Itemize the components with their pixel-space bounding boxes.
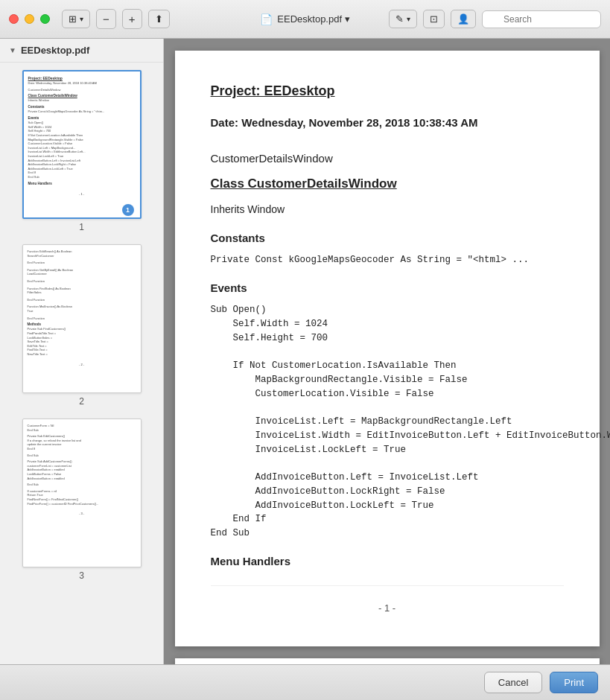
zoom-in-button[interactable]: + (122, 9, 142, 29)
annotate-icon: ✎ (395, 13, 404, 25)
zoom-out-icon: − (103, 13, 109, 25)
fit-page-icon: ⊡ (430, 13, 438, 25)
pdf-class-heading: Class CustomerDetailsWindow (211, 174, 564, 194)
sidebar-filename: EEDesktop.pdf (21, 45, 89, 56)
toolbar-right: ✎ ▾ ⊡ 👤 🔍 (389, 10, 601, 28)
thumbnail-page-2[interactable]: Function EditSearch() As Boolean SearchF… (22, 244, 142, 407)
page-number-3: 3 (79, 570, 84, 581)
zoom-in-icon: + (129, 13, 136, 25)
pdf-events-heading: Events (211, 279, 564, 297)
window-title: EEDesktop.pdf ▾ (277, 13, 349, 25)
bottom-bar: Cancel Print (0, 664, 610, 700)
window-controls (9, 14, 50, 24)
fit-page-button[interactable]: ⊡ (423, 10, 445, 28)
pdf-menu-handlers-heading: Menu Handlers (211, 553, 564, 570)
share-button[interactable]: ⬆ (148, 10, 170, 28)
pdf-date: Date: Wednesday, November 28, 2018 10:38… (211, 114, 564, 132)
pdf-page-2: Function EditSearch() As Boolean SearchF… (175, 658, 600, 664)
thumbnail-page-1[interactable]: Project: EEDesktop Date: Wednesday, Nove… (22, 70, 142, 232)
annotate-button[interactable]: ✎ ▾ (389, 10, 417, 28)
page-number-1: 1 (79, 222, 84, 232)
pdf-content-pane[interactable]: Project: EEDesktop Date: Wednesday, Nove… (164, 39, 610, 664)
thumbnail-page-3[interactable]: CustomerForm = Nil End Sub Private Sub E… (22, 419, 142, 581)
search-input[interactable] (482, 10, 601, 28)
print-button[interactable]: Print (550, 672, 598, 693)
sidebar-header: ▼ EEDesktop.pdf (0, 39, 163, 63)
pdf-page-1: Project: EEDesktop Date: Wednesday, Nove… (175, 51, 600, 646)
person-icon: 👤 (457, 13, 469, 25)
pdf-inherits: Inherits Window (211, 201, 564, 217)
thumb-frame-3: CustomerForm = Nil End Sub Private Sub E… (22, 419, 142, 567)
pdf-events-code: Sub Open() Self.Width = 1024 Self.Height… (211, 303, 564, 541)
toolbar-left: ⊞ ▾ − + ⬆ (62, 9, 170, 29)
document-icon: 📄 (260, 13, 273, 25)
chevron-down-icon: ▾ (80, 15, 83, 23)
zoom-out-button[interactable]: − (96, 9, 116, 29)
page-number-2: 2 (79, 396, 84, 407)
thumbnail-list: Project: EEDesktop Date: Wednesday, Nove… (0, 63, 163, 588)
pdf-section-label: CustomerDetailsWindow (211, 150, 564, 168)
sidebar-icon: ⊞ (69, 13, 77, 25)
person-button[interactable]: 👤 (451, 10, 476, 28)
close-button[interactable] (9, 14, 19, 24)
search-wrapper: 🔍 (482, 10, 601, 28)
annotate-chevron-icon: ▾ (407, 15, 410, 23)
cancel-button[interactable]: Cancel (484, 672, 542, 693)
sidebar: ▼ EEDesktop.pdf Project: EEDesktop Date:… (0, 39, 164, 664)
minimize-button[interactable] (25, 14, 34, 24)
page-badge-1: 1 (122, 204, 134, 216)
maximize-button[interactable] (40, 14, 50, 24)
main-area: ▼ EEDesktop.pdf Project: EEDesktop Date:… (0, 39, 610, 664)
sidebar-toggle-button[interactable]: ⊞ ▾ (62, 10, 90, 28)
page-1-number: - 1 - (211, 585, 564, 617)
chevron-icon: ▼ (9, 46, 16, 54)
pdf-constants-code: Private Const kGoogleMapsGeocoder As Str… (211, 253, 564, 267)
pdf-constants-heading: Constants (211, 229, 564, 247)
share-icon: ⬆ (155, 13, 163, 25)
window-title-group: 📄 EEDesktop.pdf ▾ (260, 13, 349, 25)
titlebar: ⊞ ▾ − + ⬆ 📄 EEDesktop.pdf ▾ ✎ ▾ ⊡ 👤 🔍 (0, 0, 610, 39)
thumb-frame-2: Function EditSearch() As Boolean SearchF… (22, 244, 142, 393)
thumb-frame-1: Project: EEDesktop Date: Wednesday, Nove… (22, 70, 142, 219)
pdf-project-title: Project: EEDesktop (211, 80, 564, 102)
